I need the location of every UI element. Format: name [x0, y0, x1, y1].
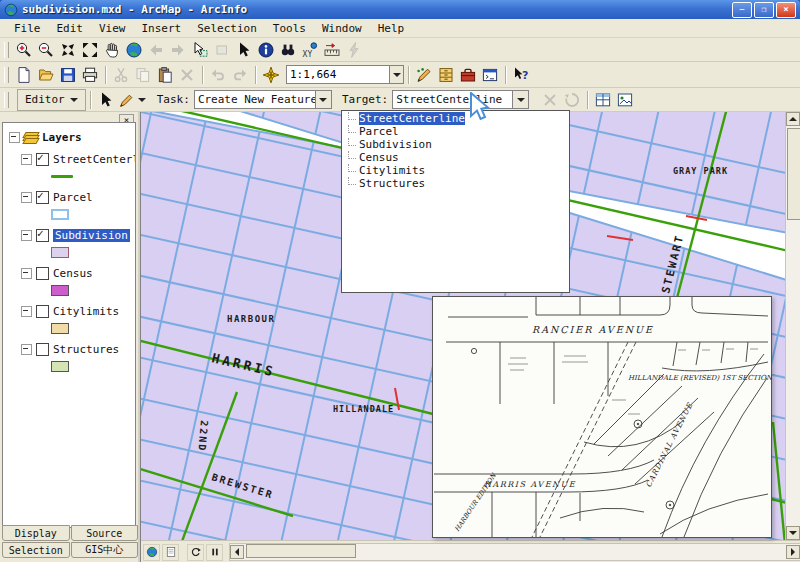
collapse-icon[interactable] — [21, 268, 32, 279]
collapse-icon[interactable] — [21, 344, 32, 355]
identify-icon[interactable] — [255, 39, 277, 61]
dropdown-item-citylimits[interactable]: Citylimits — [342, 164, 569, 177]
editor-menu-button[interactable]: Editor — [17, 89, 86, 111]
sketch-tool-icon[interactable] — [117, 89, 147, 111]
clear-selection-icon[interactable] — [211, 39, 233, 61]
dropdown-item-structures[interactable]: Structures — [342, 177, 569, 190]
collapse-icon[interactable] — [21, 306, 32, 317]
full-extent-icon[interactable] — [123, 39, 145, 61]
horizontal-scroll-thumb[interactable] — [246, 544, 356, 558]
task-combo[interactable]: Create New Feature — [194, 90, 332, 109]
cut-icon[interactable] — [110, 64, 132, 86]
new-map-icon[interactable] — [13, 64, 35, 86]
layer-row-streetcenterline[interactable]: StreetCenterline — [21, 151, 135, 167]
fill-symbol-swatch[interactable] — [51, 323, 69, 334]
line-symbol-swatch[interactable] — [51, 175, 73, 178]
rotate-tool-icon[interactable] — [561, 89, 583, 111]
horizontal-scrollbar[interactable] — [229, 543, 800, 561]
fill-symbol-swatch[interactable] — [51, 285, 69, 296]
forward-extent-icon[interactable] — [167, 39, 189, 61]
menu-help[interactable]: Help — [370, 20, 413, 37]
fill-symbol-swatch[interactable] — [51, 209, 69, 220]
vertical-scroll-thumb[interactable] — [787, 128, 800, 220]
refresh-view-button[interactable] — [187, 544, 204, 561]
edit-tool-icon[interactable] — [95, 89, 117, 111]
hyperlink-icon[interactable] — [343, 39, 365, 61]
dropdown-item-census[interactable]: Census — [342, 151, 569, 164]
menu-selection[interactable]: Selection — [189, 20, 265, 37]
zoom-out-icon[interactable] — [35, 39, 57, 61]
fixed-zoom-out-icon[interactable] — [79, 39, 101, 61]
toolbar-grip[interactable] — [4, 42, 9, 58]
layer-checkbox[interactable] — [36, 305, 49, 318]
layer-row-citylimits[interactable]: Citylimits — [21, 303, 135, 319]
select-features-icon[interactable] — [189, 39, 211, 61]
pan-icon[interactable] — [101, 39, 123, 61]
layer-row-parcel[interactable]: Parcel — [21, 189, 135, 205]
restore-button[interactable] — [754, 2, 774, 18]
attributes-icon[interactable] — [592, 89, 614, 111]
scroll-left-icon[interactable] — [230, 545, 244, 559]
delete-icon[interactable] — [176, 64, 198, 86]
task-dropdown-button[interactable] — [315, 91, 331, 108]
menu-view[interactable]: View — [91, 20, 134, 37]
toolbar-grip[interactable] — [4, 67, 9, 83]
layer-name[interactable]: Citylimits — [53, 305, 119, 318]
collapse-icon[interactable] — [9, 132, 20, 143]
fill-symbol-swatch[interactable] — [51, 247, 69, 258]
collapse-icon[interactable] — [21, 154, 32, 165]
target-dropdown-button[interactable] — [512, 91, 528, 108]
pause-drawing-button[interactable] — [206, 544, 223, 561]
command-window-icon[interactable] — [479, 64, 501, 86]
collapse-icon[interactable] — [21, 230, 32, 241]
scroll-right-icon[interactable] — [786, 545, 800, 559]
menu-insert[interactable]: Insert — [134, 20, 190, 37]
copy-icon[interactable] — [132, 64, 154, 86]
vertical-scrollbar[interactable] — [785, 112, 800, 540]
scroll-up-icon[interactable] — [786, 112, 800, 126]
layer-checkbox[interactable] — [36, 229, 49, 242]
layer-name[interactable]: Census — [53, 267, 93, 280]
paste-icon[interactable] — [154, 64, 176, 86]
add-data-icon[interactable] — [260, 64, 282, 86]
sketch-properties-icon[interactable] — [614, 89, 636, 111]
target-combo[interactable]: StreetCenterline — [392, 90, 529, 109]
layer-name[interactable]: Structures — [53, 343, 119, 356]
menu-tools[interactable]: Tools — [265, 20, 314, 37]
tab-gis-center[interactable]: GIS中心 — [71, 542, 139, 558]
back-extent-icon[interactable] — [145, 39, 167, 61]
scale-dropdown-button[interactable] — [389, 66, 403, 83]
dropdown-item-subdivision[interactable]: Subdivision — [342, 138, 569, 151]
tab-display[interactable]: Display — [2, 525, 70, 541]
menu-file[interactable]: File — [6, 20, 49, 37]
find-icon[interactable] — [277, 39, 299, 61]
arctoolbox-icon[interactable] — [457, 64, 479, 86]
collapse-icon[interactable] — [21, 192, 32, 203]
select-elements-icon[interactable] — [233, 39, 255, 61]
dropdown-item-parcel[interactable]: Parcel — [342, 125, 569, 138]
zoom-in-icon[interactable] — [13, 39, 35, 61]
layer-row-census[interactable]: Census — [21, 265, 135, 281]
layer-row-structures[interactable]: Structures — [21, 341, 135, 357]
fixed-zoom-in-icon[interactable] — [57, 39, 79, 61]
data-view-button[interactable] — [143, 544, 160, 561]
arccatalog-icon[interactable] — [435, 64, 457, 86]
layer-checkbox[interactable] — [36, 267, 49, 280]
map-scale-combo[interactable] — [286, 65, 404, 84]
layout-view-button[interactable] — [162, 544, 179, 561]
measure-icon[interactable] — [321, 39, 343, 61]
dropdown-item-streetcenterline[interactable]: StreetCenterline — [342, 112, 569, 125]
layer-name[interactable]: Parcel — [53, 191, 93, 204]
split-tool-icon[interactable] — [539, 89, 561, 111]
undo-icon[interactable] — [207, 64, 229, 86]
tab-selection[interactable]: Selection — [2, 542, 70, 558]
scale-input[interactable] — [287, 66, 389, 83]
save-icon[interactable] — [57, 64, 79, 86]
close-button[interactable] — [776, 2, 796, 18]
toolbar-grip[interactable] — [4, 92, 9, 108]
minimize-button[interactable] — [732, 2, 752, 18]
menu-edit[interactable]: Edit — [49, 20, 92, 37]
layer-name-selected[interactable]: Subdivision — [53, 229, 130, 242]
print-icon[interactable] — [79, 64, 101, 86]
menu-window[interactable]: Window — [314, 20, 370, 37]
